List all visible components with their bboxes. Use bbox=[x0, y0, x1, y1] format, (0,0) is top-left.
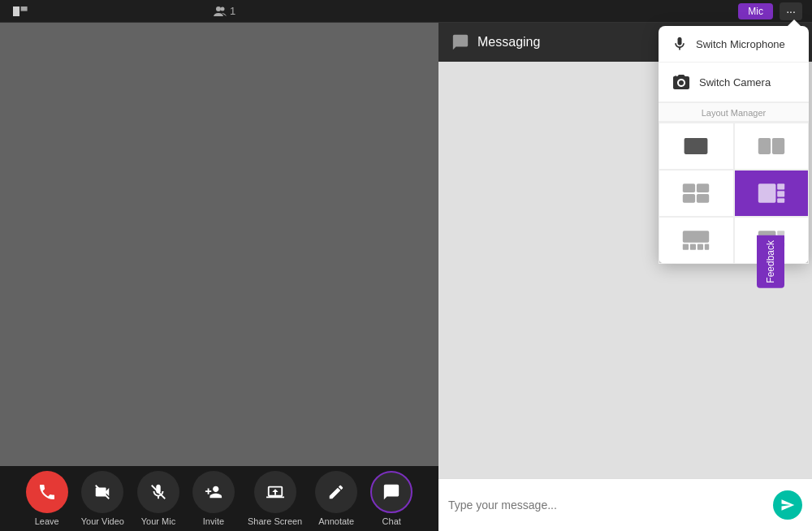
svg-point-0 bbox=[216, 6, 221, 11]
layout-manager-label: Layout Manager bbox=[659, 102, 809, 122]
share-screen-button[interactable]: Share Screen bbox=[248, 471, 302, 526]
invite-label: Invite bbox=[203, 516, 224, 526]
messaging-icon bbox=[451, 33, 469, 51]
chat-label: Chat bbox=[382, 516, 401, 526]
share-icon bbox=[266, 483, 284, 501]
more-options-button[interactable]: ··· bbox=[780, 2, 802, 20]
logo bbox=[0, 3, 207, 19]
send-button[interactable] bbox=[773, 490, 802, 520]
switch-microphone-item[interactable]: Switch Microphone bbox=[659, 26, 809, 63]
video-button[interactable]: Your Video bbox=[81, 471, 124, 526]
mic-button[interactable]: Your Mic bbox=[137, 471, 179, 526]
layout-sidebar[interactable] bbox=[734, 170, 810, 217]
annotate-icon bbox=[327, 483, 345, 501]
participants-icon bbox=[214, 5, 227, 18]
top-bar-actions: Mic ··· bbox=[738, 2, 812, 20]
svg-point-4 bbox=[679, 80, 684, 85]
invite-button[interactable]: Invite bbox=[192, 471, 235, 526]
leave-label: Leave bbox=[35, 516, 59, 526]
svg-rect-5 bbox=[685, 138, 708, 154]
svg-rect-8 bbox=[683, 183, 695, 192]
mic-icon bbox=[149, 483, 167, 501]
mic-label: Your Mic bbox=[141, 516, 175, 526]
chat-icon bbox=[382, 483, 400, 501]
svg-rect-11 bbox=[697, 194, 709, 203]
send-icon bbox=[780, 498, 795, 512]
annotate-icon-circle bbox=[315, 471, 357, 513]
mic-button[interactable]: Mic bbox=[738, 3, 773, 19]
svg-rect-13 bbox=[777, 183, 784, 189]
svg-rect-22 bbox=[777, 231, 784, 235]
video-icon bbox=[93, 483, 111, 501]
leave-button[interactable]: Leave bbox=[26, 471, 68, 526]
layout-grid4-icon bbox=[681, 182, 710, 205]
mic-icon-circle bbox=[137, 471, 179, 513]
layout-grid bbox=[659, 122, 809, 264]
dropdown-popup: Switch Microphone Switch Camera Layout M… bbox=[659, 26, 809, 264]
layout-split[interactable] bbox=[734, 123, 810, 170]
svg-rect-10 bbox=[683, 194, 695, 203]
switch-microphone-label: Switch Microphone bbox=[696, 38, 785, 50]
share-icon-circle bbox=[254, 471, 296, 513]
switch-camera-label: Switch Camera bbox=[699, 76, 771, 88]
chat-button[interactable]: Chat bbox=[370, 471, 412, 526]
chat-icon-circle bbox=[370, 471, 412, 513]
switch-camera-item[interactable]: Switch Camera bbox=[659, 63, 809, 102]
message-input[interactable] bbox=[448, 499, 767, 512]
camera-icon bbox=[672, 72, 691, 92]
svg-rect-16 bbox=[683, 231, 709, 242]
svg-point-1 bbox=[221, 6, 225, 11]
layout-split-icon bbox=[757, 135, 786, 158]
svg-rect-19 bbox=[698, 244, 703, 250]
invite-icon bbox=[205, 483, 222, 501]
top-bar: 1 Mic ··· bbox=[0, 0, 812, 23]
layout-single[interactable] bbox=[659, 123, 734, 170]
svg-rect-9 bbox=[697, 183, 709, 192]
svg-rect-12 bbox=[758, 183, 776, 202]
video-area: Leave Your Video bbox=[0, 23, 438, 531]
video-label: Your Video bbox=[81, 516, 124, 526]
toolbar: Leave Your Video bbox=[0, 466, 438, 531]
annotate-label: Annotate bbox=[318, 516, 354, 526]
phone-icon bbox=[37, 482, 57, 502]
video-icon-circle bbox=[81, 471, 123, 513]
messaging-title: Messaging bbox=[477, 35, 540, 50]
share-label: Share Screen bbox=[248, 516, 302, 526]
message-input-area bbox=[438, 478, 812, 531]
layout-film[interactable] bbox=[659, 217, 734, 264]
svg-rect-18 bbox=[690, 244, 696, 250]
annotate-button[interactable]: Annotate bbox=[315, 471, 357, 526]
feedback-tab[interactable]: Feedback bbox=[757, 235, 784, 288]
logo-icon bbox=[10, 3, 36, 19]
svg-rect-15 bbox=[777, 198, 784, 202]
svg-rect-7 bbox=[772, 138, 784, 154]
layout-single-icon bbox=[681, 135, 710, 158]
svg-rect-17 bbox=[683, 244, 689, 250]
svg-rect-20 bbox=[705, 244, 709, 250]
microphone-icon bbox=[672, 36, 688, 52]
layout-grid4[interactable] bbox=[659, 170, 734, 217]
invite-icon-circle bbox=[192, 471, 235, 513]
layout-sidebar-icon bbox=[757, 182, 786, 205]
svg-rect-14 bbox=[777, 191, 784, 196]
svg-rect-6 bbox=[758, 138, 771, 154]
participants-count: 1 bbox=[230, 5, 235, 17]
participants-info: 1 bbox=[207, 5, 235, 18]
leave-icon-circle bbox=[26, 471, 68, 513]
layout-film-icon bbox=[681, 229, 710, 252]
